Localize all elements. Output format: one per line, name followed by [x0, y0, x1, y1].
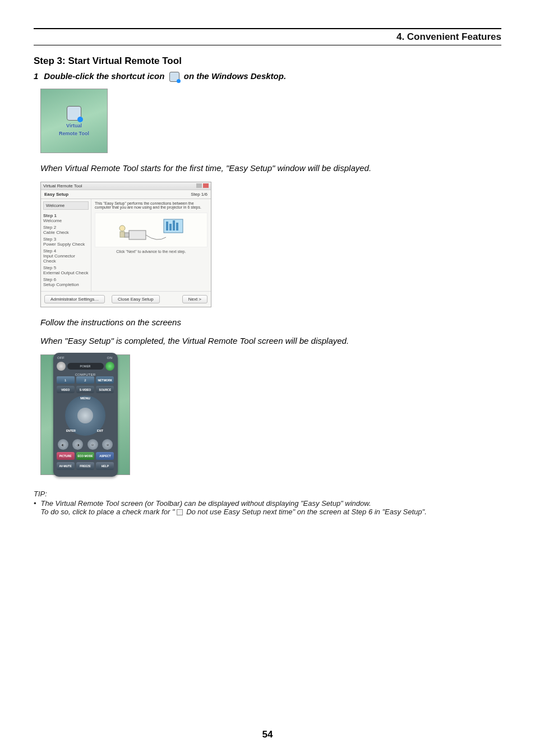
easy-setup-window-title: Virtual Remote Tool	[43, 183, 82, 188]
picture-button[interactable]: PICTURE	[57, 452, 75, 460]
instruction-number: 1	[34, 71, 38, 81]
desktop-shortcut-label-2: Remote Tool	[59, 131, 89, 136]
svg-rect-4	[176, 223, 178, 231]
admin-settings-button[interactable]: Administrator Settings…	[44, 295, 105, 303]
chapter-header: 4. Convenient Features	[34, 31, 501, 45]
desktop-screenshot: Virtual Remote Tool	[40, 89, 501, 153]
easy-setup-sidebar: Welcome Step 1Welcome Step 2Cable Check …	[41, 199, 91, 291]
sidebar-welcome-box: Welcome	[43, 201, 89, 210]
round-button-2[interactable]: ◑	[72, 439, 83, 450]
computer-1-button[interactable]: 1	[57, 376, 75, 384]
instruction-line: 1 Double-click the shortcut icon on the …	[34, 71, 501, 82]
caption-completed: When "Easy Setup" is completed, the Virt…	[40, 336, 501, 345]
instruction-text-2: on the Windows Desktop.	[184, 71, 286, 81]
vrt-shortcut-icon	[169, 72, 179, 82]
computer-2-button[interactable]: 2	[76, 376, 94, 384]
tip-text-2a: To do so, click to place a check mark fo…	[41, 508, 175, 516]
svg-rect-5	[129, 231, 146, 239]
aspect-button[interactable]: ASPECT	[96, 452, 114, 460]
easy-setup-screenshot: Virtual Remote Tool Easy Setup Step 1/6 …	[40, 182, 501, 307]
label-off: OFF	[57, 356, 66, 359]
tip-text-2b: Do not use Easy Setup next time" on the …	[185, 508, 427, 516]
power-label: POWER	[67, 363, 104, 370]
video-button[interactable]: VIDEO	[57, 386, 75, 393]
virtual-remote-screenshot: OFF ON POWER COMPUTER 1 2 NETWORK VIDEO	[40, 354, 501, 475]
help-button[interactable]: HELP	[96, 462, 114, 470]
svg-rect-6	[124, 233, 129, 237]
eco-mode-button[interactable]: ECO MODE	[76, 452, 94, 460]
easy-setup-step-indicator: Step 1/6	[191, 192, 207, 197]
easy-setup-hint: Click "Next" to advance to the next step…	[95, 250, 207, 253]
easy-setup-description: This "Easy Setup" performs the connectio…	[95, 201, 207, 209]
caption-follow: Follow the instructions on the screens	[40, 317, 501, 327]
svg-rect-3	[173, 220, 175, 231]
step-title: Step 3: Start Virtual Remote Tool	[34, 56, 501, 67]
next-button[interactable]: Next >	[182, 295, 207, 303]
svg-rect-2	[169, 224, 172, 231]
svg-rect-8	[120, 232, 124, 237]
menu-dpad[interactable]: MENU ENTER EXIT	[65, 395, 105, 436]
window-control-icons	[196, 183, 209, 188]
svideo-button[interactable]: S-VIDEO	[76, 386, 94, 393]
virtual-remote-panel: OFF ON POWER COMPUTER 1 2 NETWORK VIDEO	[53, 353, 118, 477]
round-button-4[interactable]: ⊚	[102, 439, 113, 450]
enter-label: ENTER	[66, 429, 76, 432]
exit-label: EXIT	[97, 429, 103, 432]
menu-label: MENU	[80, 397, 90, 400]
close-easy-setup-button[interactable]: Close Easy Setup	[112, 295, 160, 303]
svg-point-7	[119, 225, 125, 231]
av-mute-button[interactable]: AV-MUTE	[57, 462, 75, 470]
round-button-3[interactable]: ⊙	[87, 439, 98, 450]
instruction-text-1: Double-click the shortcut icon	[44, 71, 167, 81]
tip-text-1: The Virtual Remote Tool screen (or Toolb…	[41, 499, 371, 508]
desktop-shortcut-label-1: Virtual	[66, 123, 82, 128]
tip-block: TIP: The Virtual Remote Tool screen (or …	[34, 490, 501, 516]
easy-setup-illustration	[95, 213, 207, 247]
svg-rect-1	[166, 222, 168, 231]
round-button-1[interactable]: ◐	[58, 439, 68, 450]
page-number: 54	[0, 729, 535, 740]
power-on-button[interactable]	[105, 362, 114, 371]
easy-setup-title: Easy Setup	[44, 192, 68, 197]
caption-first-time: When Virtual Remote Tool starts for the …	[40, 163, 501, 173]
checkbox-icon	[177, 509, 183, 515]
power-off-button[interactable]	[57, 362, 66, 371]
tip-label: TIP:	[34, 490, 501, 498]
network-button[interactable]: NETWORK	[96, 376, 114, 384]
label-on: ON	[105, 356, 114, 359]
freeze-button[interactable]: FREEZE	[76, 462, 94, 470]
desktop-shortcut-icon	[67, 106, 81, 121]
source-button[interactable]: SOURCE	[96, 386, 114, 393]
